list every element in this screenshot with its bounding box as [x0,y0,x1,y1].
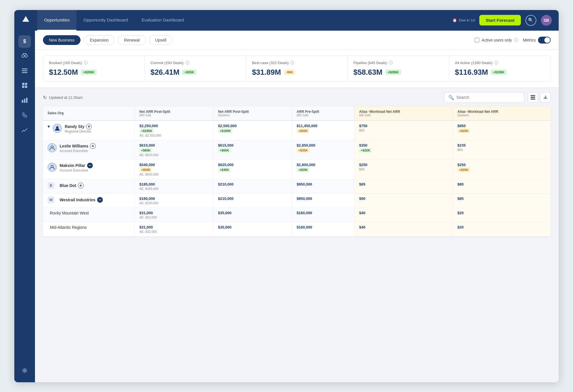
svg-point-1 [22,55,24,57]
tab-evaluation-dashboard[interactable]: Evaluation Dashboard [135,10,191,31]
expand-icon[interactable]: ▾ [48,124,50,129]
add-icon[interactable]: + [90,143,96,149]
cell-randy-col1: $2,250,000 +$185K AE: $2,350,000 [135,121,213,140]
kpi-booked-badge: +$285K [81,70,97,75]
sidebar-item-phone[interactable] [18,110,31,122]
cell-westrail-col2: $210,000 [213,193,292,208]
minus-icon[interactable]: − [87,163,93,168]
svg-rect-4 [22,70,28,71]
svg-rect-10 [22,100,23,103]
metrics-toggle[interactable] [538,37,551,44]
kpi-booked-label: Booked (165 Deals) ⓘ [49,60,139,66]
sidebar-item-binoculars[interactable] [18,50,31,63]
trending-icon [22,127,28,134]
kpi-pipeline-label: Pipeline (645 Deals) ⓘ [354,60,443,66]
minus-icon[interactable]: − [97,197,103,203]
table-toolbar: ↻ Updated at 11:30am 🔍 [43,88,551,106]
delta-orange: +$50K [140,168,152,172]
start-forecast-button[interactable]: Start Forecast [479,15,521,25]
due-badge: ⏰ Due in 1d [452,18,475,22]
search-input[interactable] [456,95,520,100]
list-icon [22,68,28,74]
person-name-maksim: Maksim Pillar − [60,163,93,168]
cell-randy-col4: $750 $0K [354,121,453,140]
pill-expansion[interactable]: Expansion [84,35,115,45]
col-header-net-arr-system: Net ARR Post-Split (System) [213,106,292,121]
cell-bluedot-col5: $80 [453,179,551,193]
phone-icon [22,113,27,119]
download-button[interactable] [540,92,551,103]
refresh-area: ↻ Updated at 11:30am [43,95,83,100]
kpi-pipeline-value: $58.63M +$285K [354,68,443,77]
svg-rect-14 [531,95,535,96]
kpi-all-active: All Active (1260 Deals) ⓘ $116.93M +$185… [449,56,551,82]
search-button[interactable]: 🔍 [525,15,536,26]
delta-green: +$185K [140,129,154,133]
refresh-icon[interactable]: ↻ [43,95,47,100]
kpi-all-active-value: $116.93M +$185K [455,68,545,77]
content-area: New Business Expansion Renewal Upsell Ac… [35,31,559,382]
svg-rect-11 [24,99,25,103]
cell-midatlantic-col1: $31,000 AE: $32,000 [135,222,213,236]
svg-rect-9 [25,86,27,88]
metrics-toggle-container: Metrics [523,37,551,44]
avatar-maksim [48,163,57,172]
tab-opportunity-dashboard[interactable]: Opportunity Dashboard [76,10,135,31]
cell-rocky: Rocky Mountain West [43,208,135,222]
cell-maksim-col4: $250 $0K [354,159,453,179]
delta-green: +$40K [218,168,231,172]
cell-bluedot-col3: $950,000 [292,179,354,193]
active-users-input[interactable] [475,38,479,42]
sidebar-item-trending[interactable] [18,125,31,137]
delta-orange: +$35K [297,148,309,153]
search-icon: 🔍 [448,95,454,100]
cell-maksim: Maksim Pillar − Account Executive [43,159,135,179]
sub-header-right: Active users only ⓘ Metrics [475,37,551,44]
pill-upsell[interactable]: Upsell [149,35,172,45]
delta-green: +$20K [297,168,309,172]
active-users-checkbox[interactable]: Active users only ⓘ [475,38,518,43]
pill-new-business[interactable]: New Business [43,35,81,45]
svg-rect-12 [26,98,28,103]
kpi-best-case-label: Best case (322 Deals) ⓘ [252,60,342,66]
sidebar-item-chart[interactable] [18,95,31,107]
dollar-icon: $ [23,38,26,44]
grid-icon [22,83,27,89]
cell-midatlantic-col3: $160,000 [292,222,354,236]
cell-westrail-col4: $90 [354,193,453,208]
cell-rocky-col3: $160,000 [292,208,354,222]
avatar: SB [541,15,552,26]
table-view-button[interactable] [528,92,538,103]
sidebar-item-list[interactable] [18,65,31,78]
gear-icon [22,368,28,375]
add-icon[interactable]: + [86,124,92,129]
cell-midatlantic: Mid-Atlantic Regions [43,222,135,236]
data-table: Sales Org Net ARR Post-Split (RD Call) N… [43,106,551,237]
table-row: ▾ Randy Sty + Re [43,121,551,140]
info-icon: ⓘ [494,60,498,66]
sidebar-item-currency[interactable]: $ [18,35,31,48]
cell-rocky-col1: $31,000 AE: $32,000 [135,208,213,222]
pill-renewal[interactable]: Renewal [118,35,146,45]
delta-orange: +$55K [297,129,309,133]
person-name-randy: Randy Sty + [65,124,92,129]
cell-westrail-col3: $950,000 [292,193,354,208]
kpi-booked-value: $12.50M +$285K [49,68,139,77]
cell-rocky-col5: $20 [453,208,551,222]
avatar-randy [53,124,62,133]
company-name-westrail: Westrail Industries − [60,197,103,203]
cell-midatlantic-col4: $40 [354,222,453,236]
sidebar-item-grid[interactable] [18,80,31,92]
cell-maksim-col5: $250 +$25K [453,159,551,179]
cell-bluedot: B Blue Dot + [43,179,135,193]
svg-point-2 [25,55,28,57]
bar-chart-icon [22,98,28,104]
sub-header: New Business Expansion Renewal Upsell Ac… [35,31,559,50]
tab-opportunities[interactable]: Opportunities [37,10,76,31]
search-box[interactable]: 🔍 [444,92,524,103]
col-header-atlas-ae: Atlas -Workload Net ARR (AE Call) [354,106,453,121]
binoculars-icon [21,53,28,60]
sidebar-item-settings[interactable] [18,365,31,378]
company-icon-westrail: W [48,196,54,203]
add-icon[interactable]: + [78,183,84,188]
